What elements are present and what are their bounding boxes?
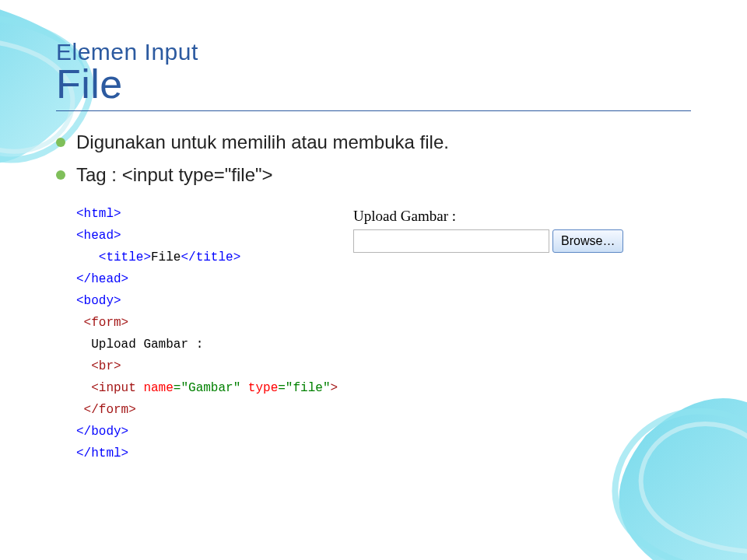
file-input-widget[interactable]: Browse… xyxy=(353,229,623,253)
browse-button[interactable]: Browse… xyxy=(552,229,623,253)
rendered-preview: Upload Gambar : Browse… xyxy=(353,203,623,253)
upload-label: Upload Gambar : xyxy=(353,208,623,225)
file-path-field[interactable] xyxy=(353,229,549,253)
slide-title: File xyxy=(56,61,691,111)
code-example: <html> <head> <title>File</title> </head… xyxy=(56,203,338,464)
bullet-list: Digunakan untuk memilih atau membuka fil… xyxy=(56,128,691,189)
bullet-item: Tag : <input type="file"> xyxy=(56,161,691,189)
bullet-item: Digunakan untuk memilih atau membuka fil… xyxy=(56,128,691,156)
